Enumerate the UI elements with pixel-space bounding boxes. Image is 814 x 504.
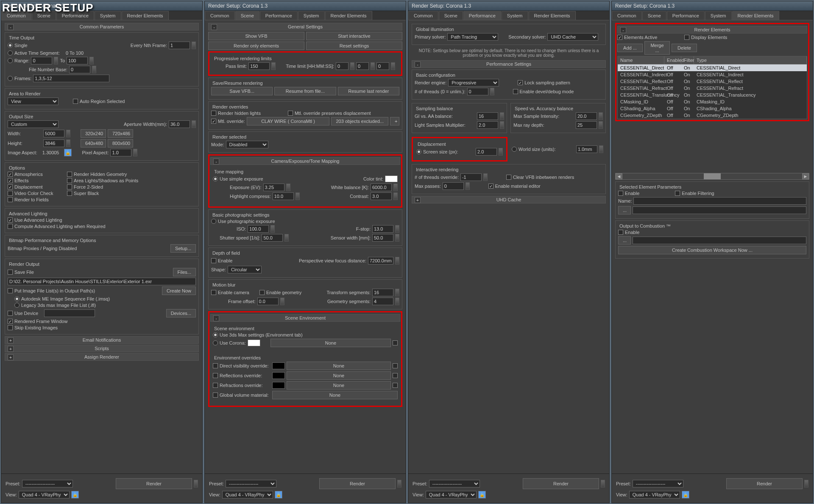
- show-vfb-button[interactable]: Show VFB: [208, 32, 304, 40]
- check-sel-filtering[interactable]: [675, 191, 680, 196]
- range-to[interactable]: [67, 57, 88, 64]
- pixel-aspect[interactable]: [110, 149, 131, 156]
- check-sel-enable[interactable]: [618, 191, 623, 196]
- comb-browse-button[interactable]: ...: [618, 236, 631, 245]
- threads-input[interactable]: [467, 88, 488, 95]
- check-mtl-preserve[interactable]: [288, 111, 293, 116]
- tab-common[interactable]: Common: [205, 11, 235, 20]
- world-size-input[interactable]: [576, 145, 597, 153]
- check-put-image-list[interactable]: [8, 288, 13, 293]
- preset-320x240[interactable]: 320x240: [81, 129, 106, 138]
- preset-640x480[interactable]: 640x480: [81, 139, 106, 148]
- h-scrollbar[interactable]: ◄►: [615, 173, 809, 180]
- screen-size-input[interactable]: [476, 148, 497, 156]
- check-mtl-override[interactable]: [211, 119, 216, 124]
- check-effects[interactable]: [8, 178, 13, 183]
- radio-legacy[interactable]: [14, 303, 20, 308]
- view-lock[interactable]: 🔒: [682, 491, 689, 498]
- table-row[interactable]: CESSENTIAL_RefractOffOnCESSENTIAL_Refrac…: [618, 85, 807, 92]
- tab-common[interactable]: Common: [612, 11, 642, 20]
- preset-select[interactable]: -------------------: [633, 480, 683, 487]
- check-refl-map[interactable]: [393, 373, 398, 378]
- rollout-camera[interactable]: Camera/Exposure/Tone Mapping: [210, 157, 400, 165]
- rollout-scripts[interactable]: Scripts: [5, 345, 199, 352]
- shape-select[interactable]: Circular: [228, 266, 262, 273]
- check-area-lights[interactable]: [67, 178, 72, 183]
- gi-aa-input[interactable]: [477, 112, 498, 120]
- frames-input[interactable]: [33, 75, 109, 82]
- max-intensity[interactable]: [576, 112, 597, 120]
- mtl-button[interactable]: CLAY WIRE ( CoronaMtl ): [247, 117, 330, 125]
- frame-offset-input[interactable]: [257, 298, 279, 305]
- rollout-email[interactable]: Email Notifications: [5, 336, 199, 344]
- merge-button[interactable]: Merge ...: [644, 41, 670, 55]
- sel-path-input[interactable]: [633, 206, 806, 214]
- table-row[interactable]: CESSENTIAL_TranslucencyOffOnCESSENTIAL_T…: [618, 92, 807, 98]
- check-render-hidden[interactable]: [67, 172, 72, 177]
- render-button[interactable]: Render: [116, 478, 192, 489]
- time-h[interactable]: [336, 62, 348, 70]
- radio-screen-size[interactable]: [416, 149, 421, 154]
- check-rendered-frame[interactable]: [8, 319, 13, 324]
- highlight-input[interactable]: [273, 192, 294, 200]
- output-preset-select[interactable]: Custom: [8, 120, 59, 128]
- create-combustion-button[interactable]: Create Combustion Workspace Now ...: [618, 246, 806, 254]
- check-displacement[interactable]: [8, 184, 13, 189]
- tab-render-elements[interactable]: Render Elements: [325, 11, 372, 20]
- render-button[interactable]: Render: [523, 478, 599, 489]
- radio-use-max[interactable]: [213, 332, 218, 337]
- pass-limit[interactable]: [248, 62, 270, 70]
- check-mat-editor[interactable]: [488, 184, 493, 189]
- refr-swatch[interactable]: [272, 382, 285, 389]
- area-view-select[interactable]: View: [8, 97, 59, 105]
- check-use-adv-light[interactable]: [8, 217, 13, 223]
- tint-swatch[interactable]: [385, 175, 398, 182]
- radio-use-corona[interactable]: [213, 340, 218, 345]
- persp-input[interactable]: [368, 257, 393, 265]
- rollout-render-elements[interactable]: Render Elements: [617, 26, 807, 33]
- tab-render-elements[interactable]: Render Elements: [529, 11, 576, 20]
- tab-common[interactable]: Common: [408, 11, 438, 20]
- height-input[interactable]: [43, 139, 64, 147]
- geo-seg-input[interactable]: [372, 298, 393, 305]
- threads-override[interactable]: [460, 173, 482, 181]
- check-auto-region[interactable]: [73, 99, 78, 104]
- refl-none[interactable]: None: [287, 371, 391, 380]
- tab-system[interactable]: System: [502, 11, 528, 20]
- secondary-solver[interactable]: UHD Cache: [547, 33, 598, 41]
- radio-world-size[interactable]: [512, 147, 517, 152]
- check-corona-env[interactable]: [393, 340, 398, 345]
- tab-scene[interactable]: Scene: [235, 11, 259, 20]
- refl-swatch[interactable]: [272, 372, 285, 379]
- check-clear-vfb[interactable]: [506, 175, 511, 180]
- check-elements-active[interactable]: [617, 35, 622, 40]
- check-refr-map[interactable]: [393, 383, 398, 388]
- render-button[interactable]: Render: [726, 478, 803, 489]
- check-atmospherics[interactable]: [8, 172, 13, 177]
- radio-photo-exposure[interactable]: [211, 219, 216, 224]
- check-lock-sampling[interactable]: [518, 80, 523, 85]
- delete-button[interactable]: Delete: [672, 44, 697, 52]
- aperture-input[interactable]: [169, 120, 190, 128]
- rollout-assign[interactable]: Assign Renderer: [5, 353, 199, 361]
- refr-none[interactable]: None: [287, 381, 391, 390]
- radio-range[interactable]: [8, 58, 13, 63]
- rollout-general[interactable]: General Settings: [208, 23, 402, 31]
- wb-input[interactable]: [371, 184, 392, 191]
- light-mult-input[interactable]: [477, 121, 498, 129]
- check-save-file[interactable]: [8, 270, 13, 275]
- rollout-scene-env[interactable]: Scene Environment: [210, 314, 400, 322]
- view-select[interactable]: Quad 4 - VRayPhysic: [222, 491, 273, 498]
- table-row[interactable]: CESSENTIAL_DirectOffOnCESSENTIAL_Direct: [618, 64, 807, 71]
- radio-autodesk[interactable]: [14, 296, 20, 301]
- devices-button[interactable]: Devices...: [166, 309, 196, 317]
- width-input[interactable]: [43, 130, 64, 137]
- check-skip[interactable]: [8, 325, 13, 330]
- direct-none[interactable]: None: [287, 362, 391, 370]
- comb-path-input[interactable]: [633, 237, 806, 244]
- table-row[interactable]: CESSENTIAL_IndirectOffOnCESSENTIAL_Indir…: [618, 71, 807, 78]
- check-global-vol[interactable]: [213, 393, 218, 398]
- excluded-button[interactable]: 203 objects excluded...: [331, 117, 388, 125]
- view-lock[interactable]: 🔒: [478, 491, 486, 498]
- trans-seg-input[interactable]: [372, 289, 393, 296]
